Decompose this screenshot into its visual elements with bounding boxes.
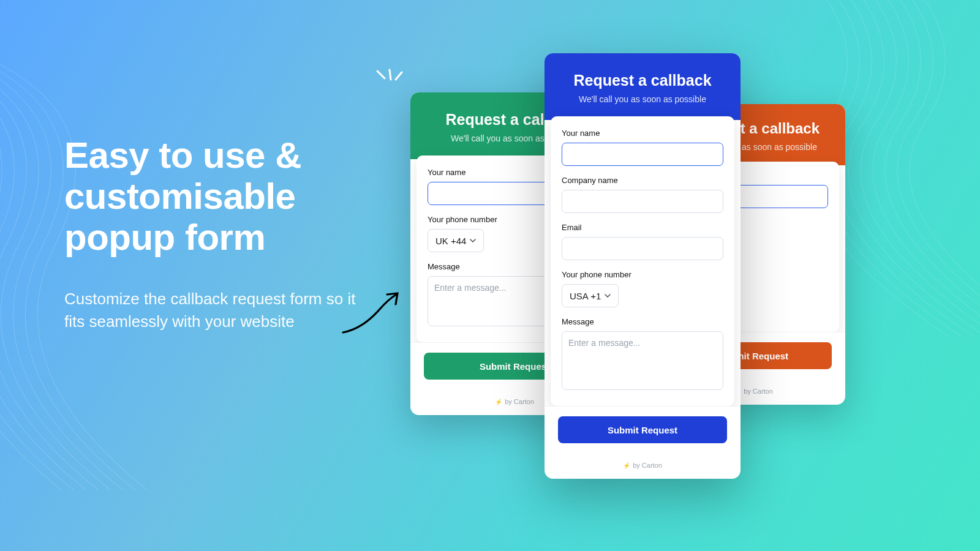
company-label: Company name [562, 176, 723, 185]
phone-country-select[interactable]: USA +1 [562, 284, 619, 307]
phone-country-select[interactable]: UK +44 [428, 229, 484, 252]
svg-line-1 [390, 70, 391, 80]
phone-label: Your phone number [562, 270, 723, 279]
message-textarea[interactable]: Enter a message... [562, 331, 723, 390]
arrow-doodle-icon [338, 291, 402, 337]
svg-line-2 [396, 72, 402, 80]
message-label: Message [562, 317, 723, 326]
email-label: Email [562, 223, 723, 232]
page-headline: Easy to use & customisable popup form [64, 135, 364, 258]
name-label: Your name [562, 129, 723, 138]
phone-select-value: UK +44 [435, 236, 466, 246]
card-subtitle: We'll call you as soon as possible [557, 94, 728, 104]
card-header: Request a callback We'll call you as soo… [545, 53, 741, 120]
chevron-down-icon [605, 294, 611, 298]
phone-select-value: USA +1 [570, 291, 601, 301]
name-input[interactable] [562, 143, 723, 166]
card-title: Request a callback [557, 72, 728, 89]
email-input[interactable] [562, 237, 723, 260]
svg-line-0 [377, 71, 385, 78]
submit-button[interactable]: Submit Request [558, 416, 727, 443]
bolt-icon: ⚡ [623, 462, 630, 469]
company-input[interactable] [562, 190, 723, 213]
attribution: ⚡by Carton [545, 454, 741, 479]
chevron-down-icon [470, 239, 476, 242]
page-subheadline: Customize the callback request form so i… [64, 288, 364, 334]
sparkle-icon [375, 69, 404, 94]
callback-form-card-blue: Request a callback We'll call you as soo… [545, 53, 741, 479]
bolt-icon: ⚡ [495, 399, 502, 405]
